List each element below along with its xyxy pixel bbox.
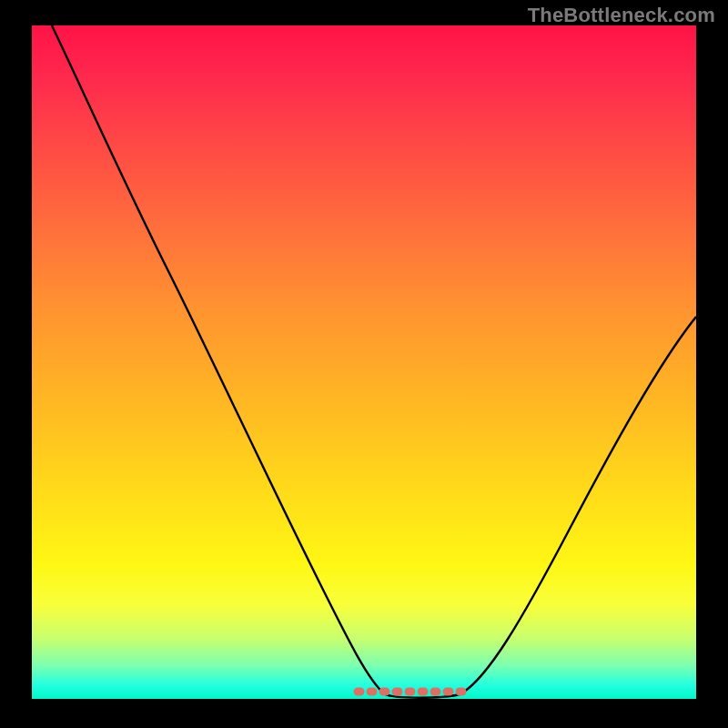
plot-area [32, 25, 696, 699]
watermark-text: TheBottleneck.com [528, 4, 715, 27]
curve-layer [32, 25, 696, 699]
chart-frame: TheBottleneck.com [0, 0, 728, 728]
bottleneck-curve [52, 25, 696, 698]
